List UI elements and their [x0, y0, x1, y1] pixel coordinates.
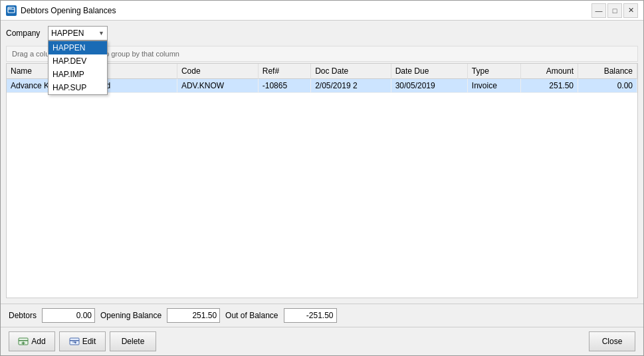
add-button[interactable]: Add: [9, 331, 55, 351]
window-title: Debtors Opening Balances: [21, 6, 591, 15]
title-bar: Debtors Opening Balances — □ ✕: [1, 1, 643, 21]
edit-button[interactable]: Edit: [59, 331, 106, 351]
add-icon: [18, 336, 29, 347]
dropdown-arrow-icon: ▼: [98, 30, 104, 37]
app-icon: [6, 5, 17, 16]
out-of-balance-value[interactable]: [284, 308, 337, 323]
cell-code: ADV.KNOW: [177, 79, 258, 93]
company-option-happen[interactable]: HAPPEN: [49, 41, 107, 54]
opening-balance-value[interactable]: [167, 308, 220, 323]
close-button[interactable]: Close: [589, 331, 635, 351]
window-close-button[interactable]: ✕: [623, 3, 638, 18]
cell-doc-date: 2/05/2019 2: [311, 79, 391, 93]
company-select[interactable]: HAPPEN ▼: [48, 26, 108, 41]
company-label: Company: [6, 29, 43, 38]
out-of-balance-label: Out of Balance: [225, 311, 278, 320]
footer-area: Debtors Opening Balance Out of Balance A…: [1, 304, 643, 355]
svg-rect-9: [70, 340, 79, 341]
company-option-hapimp[interactable]: HAP.IMP: [49, 68, 107, 81]
cell-date-due: 30/05/2019: [391, 79, 467, 93]
cell-balance: 0.00: [578, 79, 637, 93]
svg-rect-8: [70, 338, 79, 345]
col-header-code[interactable]: Code: [177, 64, 258, 79]
col-header-amount[interactable]: Amount: [521, 64, 578, 79]
col-header-date-due[interactable]: Date Due: [391, 64, 467, 79]
action-buttons: Add Edit Delete: [9, 331, 156, 351]
content-area: Company HAPPEN ▼ HAPPEN HAP.DEV HAP.IMP …: [1, 21, 643, 304]
main-window: Debtors Opening Balances — □ ✕ Company H…: [0, 0, 644, 356]
footer-buttons: Add Edit Delete Close: [1, 327, 643, 355]
debtors-label: Debtors: [9, 311, 37, 320]
svg-point-2: [9, 7, 10, 9]
company-dropdown: HAPPEN ▼ HAPPEN HAP.DEV HAP.IMP HAP.SUP: [48, 26, 108, 41]
title-bar-controls: — □ ✕: [591, 3, 638, 18]
footer-summary: Debtors Opening Balance Out of Balance: [1, 304, 643, 327]
col-header-balance[interactable]: Balance: [578, 64, 637, 79]
edit-icon: [69, 336, 80, 347]
company-option-hapdev[interactable]: HAP.DEV: [49, 54, 107, 68]
svg-point-3: [11, 7, 12, 9]
table-container[interactable]: Name Code Ref# Doc Date Date Due Type Am…: [6, 63, 638, 298]
opening-balance-label: Opening Balance: [100, 311, 161, 320]
company-selected-value: HAPPEN: [51, 29, 84, 38]
cell-type: Invoice: [467, 79, 520, 93]
company-row: Company HAPPEN ▼ HAPPEN HAP.DEV HAP.IMP …: [6, 26, 638, 41]
company-option-hapsup[interactable]: HAP.SUP: [49, 81, 107, 94]
company-dropdown-list: HAPPEN HAP.DEV HAP.IMP HAP.SUP: [48, 41, 108, 95]
minimize-button[interactable]: —: [591, 3, 606, 18]
col-header-doc-date[interactable]: Doc Date: [311, 64, 391, 79]
debtors-value[interactable]: [42, 308, 95, 323]
cell-amount: 251.50: [521, 79, 578, 93]
delete-button[interactable]: Delete: [110, 331, 156, 351]
col-header-type[interactable]: Type: [467, 64, 520, 79]
maximize-button[interactable]: □: [607, 3, 622, 18]
cell-ref: -10865: [258, 79, 310, 93]
svg-rect-5: [19, 340, 28, 341]
col-header-ref[interactable]: Ref#: [258, 64, 310, 79]
